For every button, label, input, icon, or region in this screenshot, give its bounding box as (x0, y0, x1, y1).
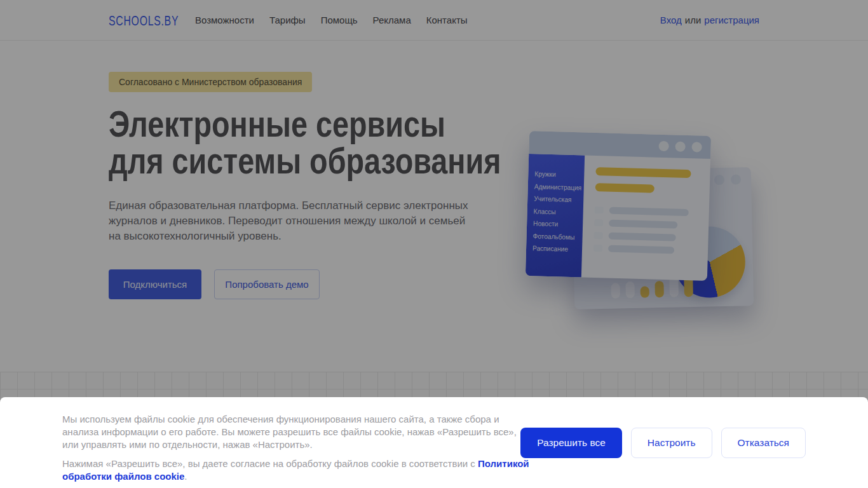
cookie-banner: Мы используем файлы cookie для обеспечен… (0, 397, 868, 488)
decline-cookies-button[interactable]: Отказаться (721, 428, 806, 458)
page: SCHOOLS.BY Возможности Тарифы Помощь Рек… (0, 0, 868, 488)
allow-all-cookies-button[interactable]: Разрешить все (520, 428, 622, 458)
cookie-paragraph-2-suffix: . (184, 471, 187, 482)
cookie-text: Мы используем файлы cookie для обеспечен… (62, 413, 534, 488)
cookie-paragraph-2-prefix: Нажимая «Разрешить все», вы даете соглас… (62, 458, 478, 469)
cookie-buttons: Разрешить все Настроить Отказаться (520, 428, 806, 458)
cookie-paragraph-2: Нажимая «Разрешить все», вы даете соглас… (62, 458, 534, 483)
cookie-paragraph-1: Мы используем файлы cookie для обеспечен… (62, 413, 534, 451)
configure-cookies-button[interactable]: Настроить (631, 428, 712, 458)
